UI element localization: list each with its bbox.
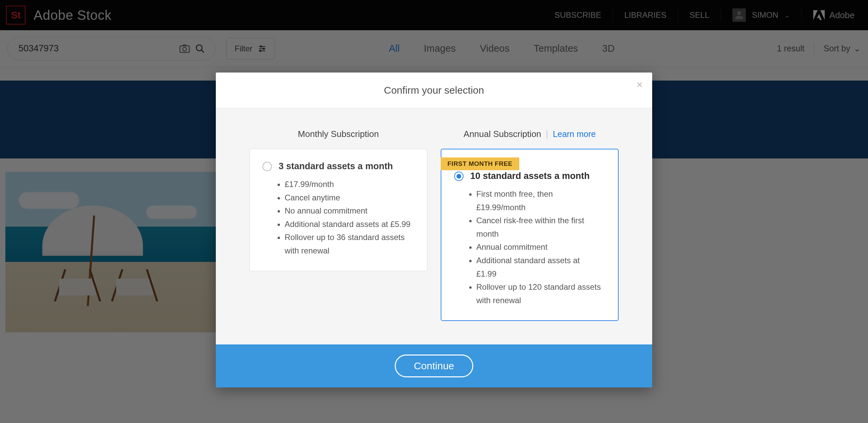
- annual-radio-row: 10 standard assets a month: [454, 171, 605, 181]
- annual-column: Annual Subscription | Learn more FIRST M…: [441, 129, 619, 321]
- modal-header: Confirm your selection ×: [216, 72, 652, 108]
- modal-footer: Continue: [216, 344, 652, 387]
- monthly-radio-row: 3 standard assets a month: [262, 161, 414, 172]
- list-item: Cancel anytime: [285, 191, 414, 205]
- annual-bullets: First month free, then £19.99/month Canc…: [454, 187, 605, 307]
- annual-plan-card[interactable]: FIRST MONTH FREE 10 standard assets a mo…: [441, 149, 619, 321]
- monthly-bullets: £17.99/month Cancel anytime No annual co…: [262, 178, 414, 258]
- modal-overlay: Confirm your selection × Monthly Subscri…: [0, 0, 868, 423]
- modal-title: Confirm your selection: [384, 85, 484, 96]
- close-icon[interactable]: ×: [637, 79, 643, 90]
- annual-heading-text: Annual Subscription: [464, 129, 541, 139]
- list-item: First month free, then £19.99/month: [476, 187, 605, 214]
- annual-plan-title: 10 standard assets a month: [470, 171, 590, 181]
- monthly-plan-title: 3 standard assets a month: [279, 161, 393, 172]
- heading-divider: |: [546, 129, 548, 139]
- list-item: Annual commitment: [476, 240, 605, 254]
- list-item: No annual commitment: [285, 204, 414, 217]
- learn-more-link[interactable]: Learn more: [553, 129, 596, 139]
- monthly-plan-card[interactable]: 3 standard assets a month £17.99/month C…: [249, 149, 427, 271]
- subscription-modal: Confirm your selection × Monthly Subscri…: [216, 72, 652, 387]
- annual-heading: Annual Subscription | Learn more: [464, 129, 596, 139]
- list-item: £17.99/month: [285, 178, 414, 191]
- list-item: Rollover up to 120 standard assets with …: [476, 280, 605, 307]
- continue-button[interactable]: Continue: [395, 355, 473, 377]
- list-item: Additional standard assets at £1.99: [476, 254, 605, 280]
- list-item: Cancel risk-free within the first month: [476, 214, 605, 240]
- list-item: Additional standard assets at £5.99: [285, 217, 414, 231]
- modal-body: Monthly Subscription 3 standard assets a…: [216, 108, 652, 344]
- radio-monthly[interactable]: [262, 162, 272, 171]
- radio-annual[interactable]: [454, 172, 464, 181]
- first-month-free-badge: FIRST MONTH FREE: [441, 157, 519, 170]
- monthly-heading: Monthly Subscription: [298, 129, 379, 139]
- list-item: Rollover up to 36 standard assets with r…: [285, 231, 414, 257]
- monthly-column: Monthly Subscription 3 standard assets a…: [249, 129, 427, 321]
